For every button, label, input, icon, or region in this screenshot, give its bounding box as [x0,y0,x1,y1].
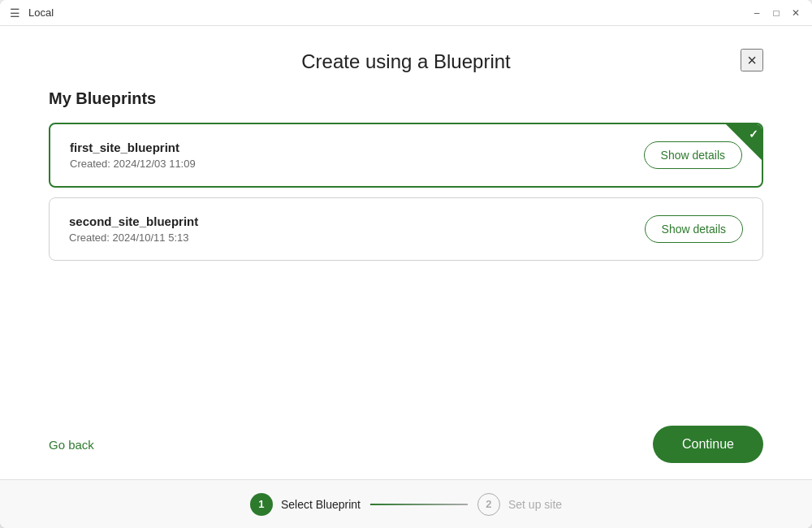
continue-button[interactable]: Continue [653,426,763,463]
main-content: Create using a Blueprint × My Blueprints… [0,26,812,409]
blueprint-date-1: Created: 2024/12/03 11:09 [70,158,196,170]
step-1-number: 1 [258,498,264,510]
step-2-circle: 2 [477,493,500,516]
step-2-label: Set up site [508,498,562,511]
blueprint-info-1: first_site_blueprint Created: 2024/12/03… [70,141,196,170]
minimize-button[interactable]: – [750,6,763,19]
blueprints-list: ✓ first_site_blueprint Created: 2024/12/… [49,123,763,261]
window-controls: – □ ✕ [750,6,802,19]
go-back-button[interactable]: Go back [49,438,94,452]
blueprint-info-2: second_site_blueprint Created: 2024/10/1… [69,214,198,244]
title-bar: ☰ Local – □ ✕ [0,0,812,26]
dialog-close-button[interactable]: × [741,49,763,71]
blueprint-date-2: Created: 2024/10/11 5:13 [69,232,198,244]
bottom-navigation: Go back Continue [0,409,812,479]
step-1-circle: 1 [250,493,273,516]
menu-icon[interactable]: ☰ [10,6,20,19]
blueprint-name-2: second_site_blueprint [69,214,198,228]
selected-check-icon: ✓ [749,128,758,141]
blueprint-card-2[interactable]: second_site_blueprint Created: 2024/10/1… [49,197,763,261]
step-1: 1 Select Blueprint [250,493,361,516]
blueprint-card-1[interactable]: ✓ first_site_blueprint Created: 2024/12/… [49,123,763,188]
step-1-label: Select Blueprint [281,498,361,511]
dialog-title: Create using a Blueprint [301,50,510,73]
footer-steps: 1 Select Blueprint 2 Set up site [0,479,812,528]
section-title: My Blueprints [49,89,763,108]
app-title: Local [28,6,54,19]
step-2-number: 2 [486,498,491,510]
blueprint-name-1: first_site_blueprint [70,141,196,154]
step-divider [370,504,468,505]
dialog-header: Create using a Blueprint × [49,26,763,89]
maximize-button[interactable]: □ [770,6,783,19]
title-bar-left: ☰ Local [10,6,54,19]
show-details-button-2[interactable]: Show details [645,215,743,243]
main-window: ☰ Local – □ ✕ Create using a Blueprint ×… [0,0,812,528]
step-2: 2 Set up site [477,493,562,516]
close-button[interactable]: ✕ [789,6,802,19]
